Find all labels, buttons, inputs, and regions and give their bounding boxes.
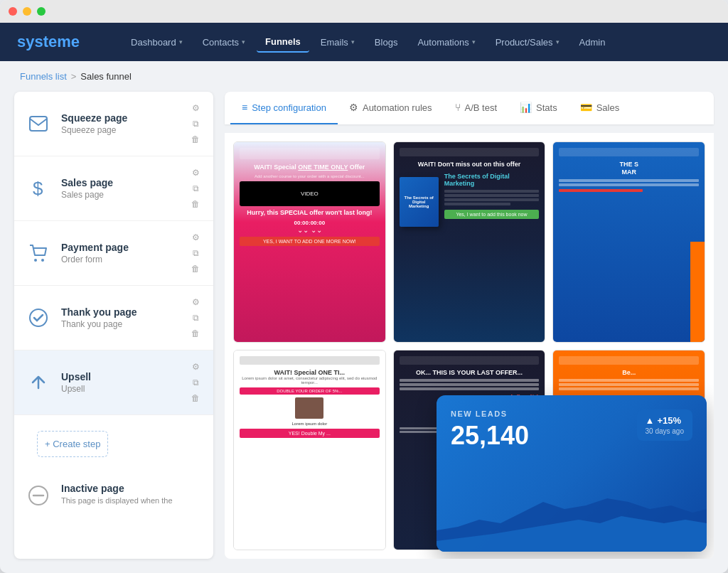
tabs-bar: ≡ Step configuration ⚙ Automation rules … [225,92,714,124]
maximize-dot[interactable] [37,7,46,16]
template-card-3[interactable]: THE SMAR [552,141,705,343]
chevron-down-icon: ▾ [351,38,355,45]
stats-badge: ▲ +15% 30 days ago [637,409,693,441]
copy-icon[interactable]: ⧉ [189,117,202,130]
nav-automations[interactable]: Automations ▾ [409,33,483,52]
create-step-button[interactable]: + Create step [37,431,108,457]
trend-up-icon: ▲ [646,415,655,426]
template-card-4[interactable]: WAIT! Special ONE TI... Lorem ipsum dolo… [233,350,386,551]
template-title-5: OK... THIS IS YOUR LAST OFFER... [400,369,540,377]
template-cta-1[interactable]: YES, I WANT TO ADD ONE MORE NOW! [240,237,380,246]
svg-point-3 [41,259,44,262]
envelope-icon [26,111,51,136]
tab-sales[interactable]: 💳 Sales [569,92,631,124]
sidebar-subtitle-upsell: Upsell [61,384,179,394]
breadcrumb-separator: > [71,71,77,82]
ab-test-icon: ⑂ [455,102,461,113]
template-offer-1: Hurry, this SPECIAL offer won't last lon… [240,209,380,217]
sidebar-subtitle-sales: Sales page [61,190,179,200]
template-arrows-1: ⌄⌄ ⌄⌄ [240,226,380,234]
book-title: The Secrets of Digital Marketing [400,193,439,211]
sidebar-item-sales[interactable]: $ Sales page Sales page ⚙ ⧉ 🗑 [14,156,213,221]
trash-icon[interactable]: 🗑 [189,327,202,340]
trash-icon[interactable]: 🗑 [189,133,202,146]
tab-ab-test[interactable]: ⑂ A/B test [444,92,509,124]
copy-icon[interactable]: ⧉ [189,182,202,195]
inactive-icon [26,483,51,508]
sidebar-actions-upsell: ⚙ ⧉ 🗑 [189,360,202,405]
sidebar-item-upsell[interactable]: Upsell Upsell ⚙ ⧉ 🗑 [14,350,213,415]
breadcrumb: Funnels list > Sales funnel [0,61,728,92]
inactive-description: This page is displayed when the [61,496,173,506]
title-bar [0,0,728,23]
sidebar-text-thankyou: Thank you page Thank you page [61,306,179,329]
check-icon [26,305,51,331]
template-title-2: WAIT! Don't miss out on this offer [400,161,540,168]
breadcrumb-link[interactable]: Funnels list [20,71,67,82]
inactive-title: Inactive page [61,483,173,494]
sidebar-actions-thankyou: ⚙ ⧉ 🗑 [189,296,202,340]
chevron-down-icon: ▾ [242,38,245,45]
close-dot[interactable] [9,7,17,16]
template-sub-1: Add another course to your order with a … [240,174,380,178]
automation-icon: ⚙ [349,102,358,113]
tab-automation-rules[interactable]: ⚙ Automation rules [338,92,444,124]
template-cta-2[interactable]: Yes, I want to add this book now [444,210,540,219]
nav-admin[interactable]: Admin [571,33,614,52]
stats-icon: 📊 [520,102,532,113]
nav-funnels[interactable]: Funnels [257,32,309,53]
cart-icon [26,240,51,266]
breadcrumb-current: Sales funnel [80,71,132,82]
sidebar-text-payment: Payment page Order form [61,242,179,264]
settings-icon[interactable]: ⚙ [189,360,202,373]
tab-step-configuration[interactable]: ≡ Step configuration [230,92,338,124]
sidebar-text-upsell: Upsell Upsell [61,371,179,394]
inactive-text: Inactive page This page is displayed whe… [61,483,173,506]
stats-badge-time: 30 days ago [646,427,685,435]
sidebar-subtitle-thankyou: Thank you page [61,319,179,329]
nav-blogs[interactable]: Blogs [366,33,407,52]
nav-contacts[interactable]: Contacts ▾ [194,33,254,52]
settings-icon[interactable]: ⚙ [189,102,202,114]
sidebar-title-squeeze: Squeeze page [61,112,179,124]
trash-icon[interactable]: 🗑 [189,262,202,275]
minimize-dot[interactable] [23,7,31,16]
template-card-2[interactable]: WAIT! Don't miss out on this offer The S… [393,141,546,343]
sidebar-title-sales: Sales page [61,177,179,188]
sales-icon: 💳 [580,102,592,113]
copy-icon[interactable]: ⧉ [189,247,202,259]
sidebar-item-thankyou[interactable]: Thank you page Thank you page ⚙ ⧉ 🗑 [14,286,213,350]
sidebar: Squeeze page Squeeze page ⚙ ⧉ 🗑 $ [14,92,213,559]
copy-icon[interactable]: ⧉ [189,311,202,324]
template-grid: WAIT! Special ONE TIME ONLY Offer Add an… [225,133,714,559]
trash-icon[interactable]: 🗑 [189,198,202,210]
template-video-1: VIDEO [240,181,380,206]
sidebar-item-squeeze[interactable]: Squeeze page Squeeze page ⚙ ⧉ 🗑 [14,92,213,156]
sidebar-actions-sales: ⚙ ⧉ 🗑 [189,166,202,210]
settings-icon[interactable]: ⚙ [189,296,202,309]
create-step-container: + Create step [14,415,213,473]
settings-icon[interactable]: ⚙ [189,231,202,244]
settings-icon[interactable]: ⚙ [189,166,202,179]
template-bars-6 [559,379,699,390]
sidebar-text-sales: Sales page Sales page [61,177,179,200]
nav-emails[interactable]: Emails ▾ [312,33,363,52]
stats-chart [437,488,707,552]
sidebar-actions-squeeze: ⚙ ⧉ 🗑 [189,102,202,146]
tshirt-icon [295,397,323,419]
template-bars-5 [400,379,540,390]
sidebar-subtitle-payment: Order form [61,255,179,264]
tab-stats[interactable]: 📊 Stats [508,92,569,124]
svg-text:$: $ [33,178,43,199]
content-area: Funnels list > Sales funnel Squeeze p [0,61,728,573]
arrow-up-icon [26,370,51,395]
sidebar-title-upsell: Upsell [61,371,179,382]
sidebar-item-payment[interactable]: Payment page Order form ⚙ ⧉ 🗑 [14,221,213,286]
nav-dashboard[interactable]: Dashboard ▾ [122,33,191,52]
copy-icon[interactable]: ⧉ [189,376,202,389]
stats-badge-trend: ▲ +15% [646,415,685,426]
template-card-1[interactable]: WAIT! Special ONE TIME ONLY Offer Add an… [233,141,386,343]
sidebar-title-thankyou: Thank you page [61,306,179,318]
trash-icon[interactable]: 🗑 [189,392,202,405]
nav-product-sales[interactable]: Product/Sales ▾ [487,33,568,52]
